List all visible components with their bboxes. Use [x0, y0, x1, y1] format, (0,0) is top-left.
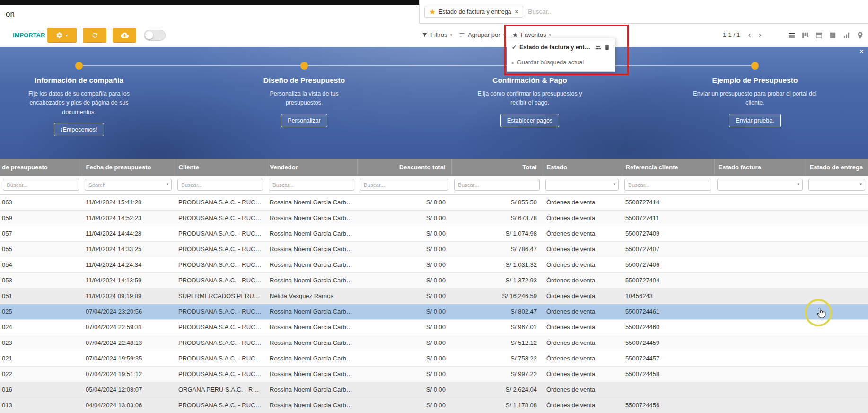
graph-view-button[interactable] — [840, 28, 852, 42]
cell: Órdenes de venta — [543, 226, 622, 241]
cell — [714, 335, 806, 351]
step-action-button[interactable]: Personalizar — [281, 114, 327, 127]
cell: 022 — [0, 366, 82, 382]
step-action-button[interactable]: Enviar prueba. — [729, 114, 780, 127]
cell: PRODUSANA S.A.C. - RUC: 20... — [175, 226, 266, 241]
pager-next-button[interactable]: › — [759, 32, 761, 38]
import-link[interactable]: IMPORTAR — [13, 32, 45, 39]
table-row[interactable]: 02307/04/2024 22:48:13PRODUSANA S.A.C. -… — [0, 335, 868, 351]
column-header-9[interactable]: Estado factura — [714, 159, 806, 176]
star-icon — [512, 32, 518, 38]
cell: 063 — [0, 194, 82, 210]
filter-select[interactable]: ▾ — [717, 179, 803, 191]
table-row[interactable]: 06311/04/2024 15:41:28PRODUSANA S.A.C. -… — [0, 194, 868, 210]
table-row[interactable]: 01304/04/2024 13:03:06PRODUSANA S.A.C. -… — [0, 397, 868, 413]
refresh-button[interactable] — [83, 28, 106, 43]
table-row[interactable]: 05511/04/2024 14:33:25PRODUSANA S.A.C. -… — [0, 241, 868, 257]
cell: 5500727406 — [622, 257, 714, 272]
column-header-2[interactable]: Fecha de presupuesto — [82, 159, 175, 176]
filter-cell: ▾ — [714, 176, 806, 194]
cell: 11/04/2024 14:33:25 — [82, 241, 175, 257]
filter-input[interactable] — [454, 179, 540, 191]
table-row[interactable]: 02507/04/2024 23:20:56PRODUSANA S.A.C. -… — [0, 304, 868, 319]
cell: S/ 855.50 — [451, 194, 543, 210]
filter-input[interactable] — [360, 179, 448, 191]
step-action-button[interactable]: ¡Empecemos! — [54, 123, 104, 136]
table-row[interactable]: 02107/04/2024 19:59:35PRODUSANA S.A.C. -… — [0, 351, 868, 366]
table-row[interactable]: 05911/04/2024 14:52:23PRODUSANA S.A.C. -… — [0, 210, 868, 226]
filters-label: Filtros — [430, 31, 447, 38]
table-row[interactable]: 05111/04/2024 09:19:09SUPERMERCADOS PERU… — [0, 288, 868, 304]
cell: 07/04/2024 19:51:12 — [82, 366, 175, 382]
step-action-button[interactable]: Establecer pagos — [500, 114, 560, 127]
cell: Rossina Noemi Garcia Carbajal — [266, 397, 357, 413]
cell: Órdenes de venta — [543, 397, 622, 413]
filter-input[interactable] — [177, 179, 263, 191]
filter-select[interactable]: ▾ — [808, 179, 865, 191]
cell: Rossina Noemi Garcia Carbajal — [266, 257, 357, 272]
table-row[interactable]: 05711/04/2024 14:44:28PRODUSANA S.A.C. -… — [0, 226, 868, 241]
column-header-8[interactable]: Referencia cliente — [622, 159, 714, 176]
cell — [714, 226, 806, 241]
chevron-down-icon: ▾ — [613, 182, 615, 186]
caret-right-icon: ▸ — [512, 60, 514, 65]
favorites-menu-item[interactable]: ▸Guardar búsqueda actual — [507, 55, 615, 70]
cell: Rossina Noemi Garcia Carbajal — [266, 210, 357, 226]
cell: S/ 0.00 — [357, 226, 451, 241]
onboarding-step-4: Ejemplo de PresupuestoEnviar un presupue… — [670, 76, 840, 127]
table-row[interactable]: 02407/04/2024 22:59:31PRODUSANA S.A.C. -… — [0, 319, 868, 335]
column-header-3[interactable]: Cliente — [175, 159, 266, 176]
calendar-view-button[interactable] — [813, 28, 825, 42]
filter-cell: ▾ — [82, 176, 175, 194]
filters-button[interactable]: Filtros ▾ — [422, 31, 452, 38]
cell — [714, 241, 806, 257]
cell: PRODUSANA S.A.C. - RUC: 20... — [175, 194, 266, 210]
cell: PRODUSANA S.A.C. - RUC: 20... — [175, 257, 266, 272]
pivot-view-button[interactable] — [826, 28, 839, 42]
cell: Rossina Noemi Garcia Carbajal — [266, 366, 357, 382]
column-header-5[interactable]: Descuento total — [357, 159, 451, 176]
column-header-6[interactable]: Total — [451, 159, 543, 176]
filter-cell — [175, 176, 266, 194]
cell — [806, 241, 868, 257]
kanban-view-button[interactable] — [799, 28, 811, 42]
cell: S/ 512.12 — [451, 335, 543, 351]
filter-input[interactable] — [85, 179, 172, 191]
toggle-switch[interactable] — [144, 30, 166, 41]
filter-input[interactable] — [269, 179, 354, 191]
group-by-button[interactable]: Agrupar por ▾ — [459, 31, 505, 38]
filter-select[interactable]: ▾ — [545, 179, 619, 191]
facet-remove-button[interactable]: × — [515, 8, 519, 15]
settings-button[interactable]: ▾ — [47, 28, 77, 43]
table-row[interactable]: 01605/04/2024 12:08:07ORGANA PERU S.A.C.… — [0, 382, 868, 397]
filter-input[interactable] — [624, 179, 711, 191]
table-row[interactable]: 05311/04/2024 14:13:59PRODUSANA S.A.C. -… — [0, 272, 868, 288]
table-row[interactable]: 02207/04/2024 19:51:12PRODUSANA S.A.C. -… — [0, 366, 868, 382]
star-icon — [429, 9, 436, 15]
upload-button[interactable] — [113, 28, 136, 43]
favorites-button[interactable]: Favoritos ▾ — [512, 31, 551, 38]
cell: Órdenes de venta — [543, 272, 622, 288]
cell: 04/04/2024 13:03:06 — [82, 397, 175, 413]
cell: 057 — [0, 226, 82, 241]
table-row[interactable]: 05411/04/2024 14:24:34PRODUSANA S.A.C. -… — [0, 257, 868, 272]
pager-previous-button[interactable]: ‹ — [748, 32, 751, 38]
filter-input[interactable] — [3, 179, 79, 191]
onboarding-step-dot — [75, 62, 83, 70]
group-by-label: Agrupar por — [468, 31, 500, 38]
favorites-menu-item[interactable]: ✓Estado de factura y entrega — [507, 40, 615, 55]
list-view-button[interactable] — [785, 28, 798, 42]
list-view-icon — [788, 31, 796, 39]
column-header-10[interactable]: Estado de entrega — [806, 159, 868, 176]
kanban-view-icon — [801, 31, 809, 39]
map-view-button[interactable] — [854, 28, 866, 42]
column-header-1[interactable]: de presupuesto — [0, 159, 82, 176]
filter-cell — [357, 176, 451, 194]
search-input[interactable] — [528, 8, 868, 15]
column-header-4[interactable]: Vendedor — [266, 159, 357, 176]
column-header-7[interactable]: Estado — [543, 159, 622, 176]
cell: PRODUSANA S.A.C. - RUC: 20... — [175, 335, 266, 351]
close-icon[interactable]: × — [859, 47, 864, 56]
onboarding-step-1: Información de compañíaFije los datos de… — [0, 76, 164, 136]
cell: 11/04/2024 14:24:34 — [82, 257, 175, 272]
